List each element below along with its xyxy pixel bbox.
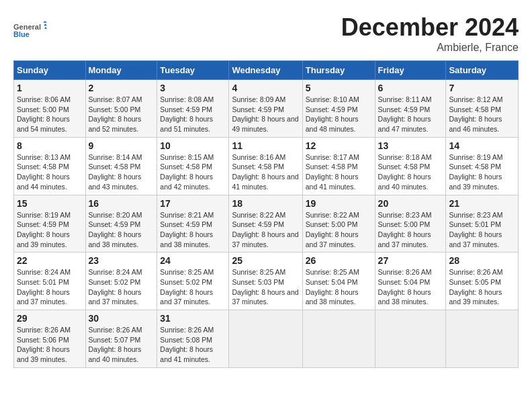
sunset-text: Sunset: 5:01 PM <box>449 220 501 228</box>
calendar-cell: 2 Sunrise: 8:07 AM Sunset: 5:00 PM Dayli… <box>85 80 157 138</box>
sunrise-text: Sunrise: 8:18 AM <box>378 153 432 161</box>
sunrise-text: Sunrise: 8:25 AM <box>306 268 359 276</box>
sunset-text: Sunset: 5:02 PM <box>160 278 212 286</box>
day-number: 10 <box>160 140 226 151</box>
calendar-cell: 19 Sunrise: 8:22 AM Sunset: 5:00 PM Dayl… <box>302 195 375 253</box>
location: Ambierle, France <box>341 42 519 54</box>
daylight-text: Daylight: 8 hours and 39 minutes. <box>449 288 502 306</box>
svg-text:General: General <box>13 23 41 31</box>
col-sunday: Sunday <box>14 61 86 80</box>
sunset-text: Sunset: 5:05 PM <box>449 278 501 286</box>
sunset-text: Sunset: 4:59 PM <box>160 105 212 113</box>
calendar-cell: 1 Sunrise: 8:06 AM Sunset: 5:00 PM Dayli… <box>14 80 86 138</box>
col-tuesday: Tuesday <box>157 61 229 80</box>
day-info: Sunrise: 8:21 AM Sunset: 4:59 PM Dayligh… <box>160 210 226 250</box>
calendar-cell: 21 Sunrise: 8:23 AM Sunset: 5:01 PM Dayl… <box>446 195 519 253</box>
daylight-text: Daylight: 8 hours and 39 minutes. <box>449 173 502 191</box>
calendar-cell <box>446 310 519 368</box>
calendar-cell: 25 Sunrise: 8:25 AM Sunset: 5:03 PM Dayl… <box>229 253 302 310</box>
sunset-text: Sunset: 5:02 PM <box>89 278 141 286</box>
calendar-cell: 24 Sunrise: 8:25 AM Sunset: 5:02 PM Dayl… <box>157 253 229 310</box>
sunrise-text: Sunrise: 8:25 AM <box>232 268 285 276</box>
sunrise-text: Sunrise: 8:08 AM <box>160 95 214 103</box>
day-info: Sunrise: 8:06 AM Sunset: 5:00 PM Dayligh… <box>17 95 83 134</box>
day-number: 28 <box>449 255 515 266</box>
sunrise-text: Sunrise: 8:07 AM <box>89 95 142 103</box>
day-number: 8 <box>17 140 83 151</box>
col-saturday: Saturday <box>446 61 519 80</box>
day-info: Sunrise: 8:18 AM Sunset: 4:58 PM Dayligh… <box>378 152 443 192</box>
calendar-week-row: 22 Sunrise: 8:24 AM Sunset: 5:01 PM Dayl… <box>14 253 519 310</box>
day-number: 29 <box>17 313 83 324</box>
sunset-text: Sunset: 4:59 PM <box>232 220 284 228</box>
day-info: Sunrise: 8:22 AM Sunset: 5:00 PM Dayligh… <box>306 210 372 250</box>
daylight-text: Daylight: 8 hours and 49 minutes. <box>232 115 298 133</box>
calendar-cell: 8 Sunrise: 8:13 AM Sunset: 4:58 PM Dayli… <box>14 137 86 195</box>
day-number: 23 <box>89 255 154 266</box>
day-info: Sunrise: 8:25 AM Sunset: 5:04 PM Dayligh… <box>306 267 372 307</box>
calendar-cell: 4 Sunrise: 8:09 AM Sunset: 4:59 PM Dayli… <box>229 80 302 138</box>
calendar-cell: 6 Sunrise: 8:11 AM Sunset: 4:59 PM Dayli… <box>375 80 446 138</box>
day-number: 3 <box>160 83 226 93</box>
sunrise-text: Sunrise: 8:23 AM <box>449 211 502 219</box>
day-number: 18 <box>232 198 299 209</box>
sunrise-text: Sunrise: 8:26 AM <box>17 326 71 334</box>
day-number: 9 <box>89 140 154 151</box>
calendar-body: 1 Sunrise: 8:06 AM Sunset: 5:00 PM Dayli… <box>14 80 519 368</box>
calendar-week-row: 8 Sunrise: 8:13 AM Sunset: 4:58 PM Dayli… <box>14 137 519 195</box>
col-friday: Friday <box>375 61 446 80</box>
calendar-cell: 23 Sunrise: 8:24 AM Sunset: 5:02 PM Dayl… <box>85 253 157 310</box>
sunrise-text: Sunrise: 8:12 AM <box>449 95 502 103</box>
sunset-text: Sunset: 5:03 PM <box>232 278 284 286</box>
sunset-text: Sunset: 5:01 PM <box>17 278 69 286</box>
calendar-cell: 12 Sunrise: 8:17 AM Sunset: 4:58 PM Dayl… <box>302 137 375 195</box>
header: General Blue December 2024 Ambierle, Fra… <box>13 13 519 54</box>
sunrise-text: Sunrise: 8:26 AM <box>89 326 142 334</box>
daylight-text: Daylight: 8 hours and 39 minutes. <box>17 345 70 363</box>
calendar-cell: 30 Sunrise: 8:26 AM Sunset: 5:07 PM Dayl… <box>85 310 157 368</box>
calendar-cell: 14 Sunrise: 8:19 AM Sunset: 4:58 PM Dayl… <box>446 137 519 195</box>
day-info: Sunrise: 8:23 AM Sunset: 5:01 PM Dayligh… <box>449 210 515 250</box>
day-info: Sunrise: 8:17 AM Sunset: 4:58 PM Dayligh… <box>306 152 372 192</box>
calendar-cell <box>229 310 302 368</box>
sunset-text: Sunset: 5:04 PM <box>306 278 358 286</box>
day-number: 19 <box>306 198 372 209</box>
logo-svg: General Blue <box>13 13 47 47</box>
calendar-cell: 3 Sunrise: 8:08 AM Sunset: 4:59 PM Dayli… <box>157 80 229 138</box>
day-info: Sunrise: 8:24 AM Sunset: 5:01 PM Dayligh… <box>17 267 83 307</box>
sunset-text: Sunset: 4:59 PM <box>17 220 69 228</box>
day-info: Sunrise: 8:22 AM Sunset: 4:59 PM Dayligh… <box>232 210 299 250</box>
sunset-text: Sunset: 4:59 PM <box>232 105 284 113</box>
sunset-text: Sunset: 5:07 PM <box>89 336 141 344</box>
day-info: Sunrise: 8:12 AM Sunset: 4:58 PM Dayligh… <box>449 95 515 134</box>
svg-text:Blue: Blue <box>13 30 30 38</box>
sunset-text: Sunset: 4:59 PM <box>160 220 212 228</box>
svg-marker-2 <box>43 21 47 23</box>
day-number: 24 <box>160 255 226 266</box>
daylight-text: Daylight: 8 hours and 37 minutes. <box>378 230 431 248</box>
day-number: 12 <box>306 140 372 151</box>
daylight-text: Daylight: 8 hours and 37 minutes. <box>17 288 70 306</box>
daylight-text: Daylight: 8 hours and 46 minutes. <box>449 115 502 133</box>
title-area: December 2024 Ambierle, France <box>341 13 519 54</box>
sunrise-text: Sunrise: 8:09 AM <box>232 95 285 103</box>
sunset-text: Sunset: 4:59 PM <box>306 105 358 113</box>
sunset-text: Sunset: 4:58 PM <box>378 163 431 171</box>
daylight-text: Daylight: 8 hours and 48 minutes. <box>306 115 359 133</box>
sunrise-text: Sunrise: 8:24 AM <box>89 268 142 276</box>
calendar-cell: 13 Sunrise: 8:18 AM Sunset: 4:58 PM Dayl… <box>375 137 446 195</box>
day-number: 31 <box>160 313 226 324</box>
sunrise-text: Sunrise: 8:26 AM <box>160 326 214 334</box>
day-number: 25 <box>232 255 299 266</box>
daylight-text: Daylight: 8 hours and 38 minutes. <box>89 230 142 248</box>
calendar-cell: 11 Sunrise: 8:16 AM Sunset: 4:58 PM Dayl… <box>229 137 302 195</box>
calendar-cell: 16 Sunrise: 8:20 AM Sunset: 4:59 PM Dayl… <box>85 195 157 253</box>
sunset-text: Sunset: 4:58 PM <box>449 105 501 113</box>
sunset-text: Sunset: 4:58 PM <box>232 163 284 171</box>
sunrise-text: Sunrise: 8:19 AM <box>17 211 71 219</box>
logo: General Blue <box>13 13 47 47</box>
col-monday: Monday <box>85 61 157 80</box>
sunset-text: Sunset: 5:06 PM <box>17 336 69 344</box>
daylight-text: Daylight: 8 hours and 37 minutes. <box>306 230 359 248</box>
daylight-text: Daylight: 8 hours and 37 minutes. <box>449 230 502 248</box>
